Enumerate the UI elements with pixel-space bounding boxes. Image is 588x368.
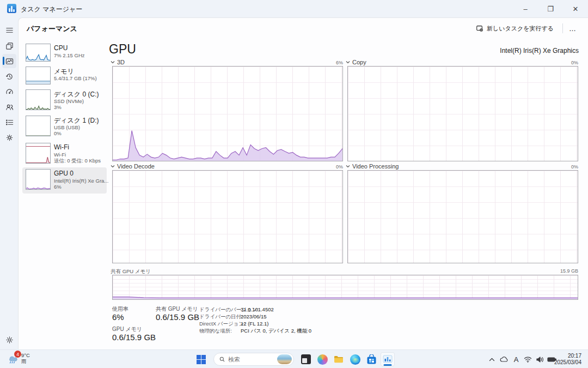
main-content: パフォーマンス 新しいタスクを実行する … CPU 7% 2.15 GHz メモ…	[18, 17, 588, 349]
dedicated-memory-value: 0.6/15.9 GB	[112, 333, 156, 342]
chevron-down-icon	[111, 165, 115, 168]
tray-volume[interactable]	[534, 352, 546, 366]
run-new-task-button[interactable]: 新しいタスクを実行する	[470, 22, 559, 35]
maximize-button[interactable]: ❐	[538, 0, 563, 17]
tray-onedrive[interactable]	[498, 352, 510, 366]
perf-item-sub2: 6%	[54, 184, 62, 190]
window-app-icon	[301, 354, 311, 364]
disk0-mini-chart	[26, 89, 51, 110]
header-divider	[562, 23, 563, 33]
app-icon-explorer[interactable]	[332, 352, 346, 366]
chart-video-decode	[112, 170, 343, 263]
close-button[interactable]: ✕	[563, 0, 588, 17]
chart-label-video-processing[interactable]: Video Processing	[346, 163, 399, 170]
chart-copy	[347, 66, 578, 161]
search-input[interactable]	[228, 356, 274, 363]
gpu-heading: GPU	[109, 42, 136, 57]
driver-date-label: ドライバーの日付:	[199, 313, 243, 321]
sidebar-item-performance[interactable]	[2, 54, 16, 68]
chart-3d-series	[113, 67, 342, 161]
gpu-adapter-name: Intel(R) Iris(R) Xe Graphics	[500, 47, 579, 55]
app-icon-window[interactable]	[299, 352, 313, 366]
chart-label-copy[interactable]: Copy	[346, 59, 366, 65]
gear-icon	[5, 336, 14, 344]
weather-widget[interactable]: 4 9°C 雨	[7, 352, 30, 364]
selected-indicator	[3, 57, 4, 65]
settings-button[interactable]	[2, 333, 16, 347]
taskbar-search[interactable]	[213, 353, 294, 366]
sidebar-item-startup-apps[interactable]	[2, 85, 16, 99]
perf-item-sub: Intel(R) Iris(R) Xe Gra...	[54, 178, 108, 184]
dedicated-memory-label: GPU メモリ	[112, 325, 142, 333]
gpu-mini-chart	[26, 169, 51, 190]
start-button[interactable]	[194, 352, 208, 366]
perf-item-sub2: 0%	[54, 130, 62, 136]
physical-location-value: PCI バス 0, デバイス 2, 機能 0	[241, 328, 311, 335]
tray-chevron-up[interactable]	[486, 352, 497, 366]
tray-ime-mode[interactable]: A	[511, 352, 522, 366]
file-explorer-icon	[333, 354, 344, 365]
chevron-down-icon	[111, 61, 115, 64]
chart-video-processing	[347, 170, 578, 263]
edge-icon	[350, 354, 360, 365]
perf-item-cpu[interactable]: CPU 7% 2.15 GHz	[22, 42, 107, 65]
search-highlight-image[interactable]	[277, 354, 292, 364]
services-icon	[5, 134, 14, 142]
chevron-up-icon	[489, 358, 495, 361]
windows-desktop: { "window": { "title": "タスク マネージャー", "co…	[0, 0, 588, 368]
app-icon-edge[interactable]	[348, 352, 362, 366]
shared-memory-stat-value: 0.6/15.9 GB	[156, 312, 199, 322]
speaker-icon	[536, 356, 544, 363]
tray-wifi[interactable]	[522, 352, 534, 366]
wifi-icon	[524, 356, 532, 363]
chart-label-video-decode[interactable]: Video Decode	[111, 163, 155, 170]
windows-logo-icon	[197, 355, 206, 364]
perf-item-sub: SSD (NVMe)	[54, 98, 84, 104]
chart-pct-copy: 0%	[565, 60, 578, 65]
weather-desc: 雨	[21, 358, 30, 364]
window-title: タスク マネージャー	[21, 5, 82, 14]
memory-mini-chart	[26, 67, 51, 85]
task-manager-taskbar-icon	[382, 354, 393, 365]
title-bar: タスク マネージャー – ❐ ✕	[0, 0, 588, 17]
tray-time: 20:17	[554, 353, 581, 359]
weather-temp: 9°C	[21, 352, 30, 358]
sidebar-item-processes[interactable]	[2, 39, 16, 53]
app-history-icon	[5, 73, 14, 81]
processes-icon	[5, 42, 14, 50]
wifi-mini-chart	[26, 143, 51, 164]
perf-item-sub2: 送信: 0 受信: 0 Kbps	[54, 158, 101, 165]
hamburger-menu-button[interactable]	[2, 23, 16, 37]
minimize-button[interactable]: –	[513, 0, 538, 17]
perf-item-disk0[interactable]: ディスク 0 (C:) SSD (NVMe) 3%	[22, 88, 107, 114]
perf-item-disk1[interactable]: ディスク 1 (D:) USB (USB) 0%	[22, 114, 107, 140]
shared-memory-series	[113, 275, 578, 299]
perf-item-wifi[interactable]: Wi-Fi Wi-Fi 送信: 0 受信: 0 Kbps	[22, 141, 107, 167]
sidebar-item-details[interactable]	[2, 115, 16, 129]
chart-pct-3d: 6%	[330, 60, 343, 65]
performance-icon	[5, 57, 14, 65]
perf-item-gpu0[interactable]: GPU 0 Intel(R) Iris(R) Xe Gra... 6%	[22, 167, 107, 194]
driver-date-value: 2023/06/15	[241, 313, 267, 319]
perf-item-sub: USB (USB)	[54, 124, 80, 130]
cloud-icon	[500, 356, 509, 363]
perf-item-name: Wi-Fi	[54, 143, 69, 151]
perf-item-memory[interactable]: メモリ 5.4/31.7 GB (17%)	[22, 65, 107, 88]
app-icon-store[interactable]	[364, 352, 378, 366]
sidebar-item-users[interactable]	[2, 100, 16, 114]
perf-item-sub: 5.4/31.7 GB (17%)	[54, 75, 97, 81]
details-icon	[5, 118, 14, 126]
app-icon-task-manager[interactable]	[381, 352, 395, 366]
search-icon	[219, 356, 225, 363]
hamburger-icon	[5, 26, 14, 34]
sidebar-item-services[interactable]	[2, 130, 16, 144]
directx-version-label: DirectX バージョン:	[199, 321, 246, 328]
copilot-icon	[317, 354, 328, 365]
app-icon-copilot[interactable]	[315, 352, 329, 366]
shared-memory-stat-label: 共有 GPU メモリ	[156, 305, 198, 313]
chart-label-3d[interactable]: 3D	[111, 59, 125, 65]
more-options-button[interactable]: …	[565, 22, 580, 35]
shared-memory-max: 15.9 GB	[551, 268, 578, 274]
clock[interactable]: 20:17 2025/03/04	[554, 353, 581, 366]
sidebar-item-app-history[interactable]	[2, 69, 16, 83]
